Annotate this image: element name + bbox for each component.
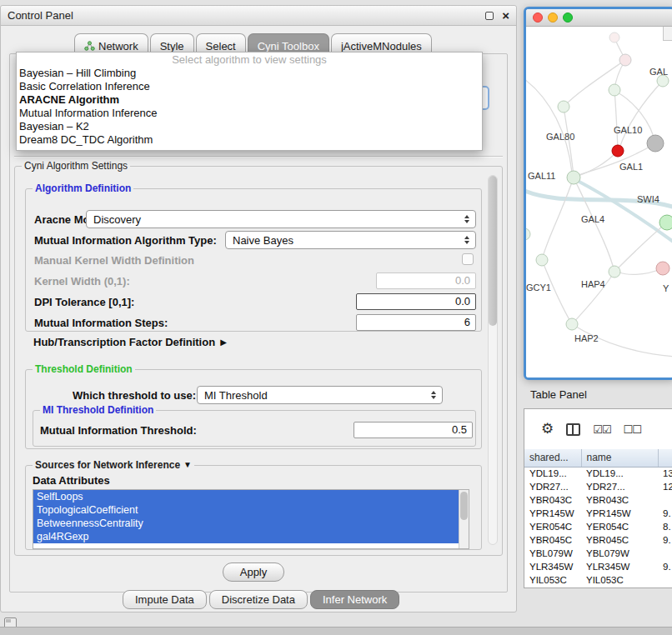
table-cell[interactable]: YIL053C [524, 573, 581, 587]
settings-scrollbar-thumb[interactable] [489, 176, 497, 326]
table-cell[interactable] [658, 547, 672, 560]
deselect-all-checkboxes-icon[interactable]: ☐☐ [624, 423, 641, 436]
network-node[interactable] [619, 54, 631, 66]
table-cell[interactable] [658, 573, 672, 587]
table-cell[interactable]: YIL053C [581, 573, 658, 587]
table-row[interactable]: YIL053CYIL053C [524, 573, 672, 587]
network-node[interactable] [647, 135, 664, 152]
network-node[interactable] [536, 254, 548, 266]
table-cell[interactable]: YPR145W [524, 507, 581, 520]
algorithm-option[interactable]: Basic Correlation Inference [17, 80, 482, 93]
apply-button[interactable]: Apply [223, 562, 284, 582]
algorithm-option[interactable]: Bayesian – K2 [17, 120, 482, 133]
network-node[interactable] [526, 228, 530, 240]
data-attributes-list[interactable]: SelfLoopsTopologicalCoefficientBetweenne… [33, 489, 469, 549]
hub-section-toggle[interactable]: Hub/Transcription Factor Definition ▶ [33, 336, 227, 348]
float-window-icon[interactable] [485, 12, 494, 20]
network-view-window[interactable]: GAL80GAL10GALGAL11GAL1SWI4GAL4GCY1HAP4YH… [524, 7, 672, 380]
network-canvas[interactable]: GAL80GAL10GALGAL11GAL1SWI4GAL4GCY1HAP4YH… [526, 27, 672, 378]
table-cell[interactable]: YLR345W [524, 560, 581, 573]
minimize-traffic-light-icon[interactable] [548, 12, 558, 22]
table-cell[interactable]: YBR045C [524, 533, 581, 547]
select-all-checkboxes-icon[interactable]: ☑☑ [593, 423, 610, 436]
table-cell[interactable]: 12 [658, 480, 672, 493]
table-cell[interactable]: YBR043C [581, 493, 658, 507]
columns-icon[interactable] [566, 423, 580, 436]
network-scrollbar-corner[interactable] [663, 27, 672, 41]
attribute-list-scrollbar-thumb[interactable] [460, 492, 468, 520]
control-panel-titlebar[interactable]: Control Panel × [1, 6, 516, 26]
table-cell[interactable]: YLR345W [581, 560, 658, 573]
sources-group-title[interactable]: Sources for Network Inference ▼ [33, 459, 194, 471]
table-cell[interactable]: YDL19... [581, 467, 658, 480]
aracne-mode-select[interactable]: Discovery [86, 210, 476, 228]
close-window-icon[interactable]: × [502, 8, 509, 22]
which-threshold-select[interactable]: MI Threshold [197, 386, 443, 404]
table-cell[interactable]: 9. [658, 533, 672, 547]
attribute-list-item-selected[interactable]: SelfLoops [33, 490, 459, 503]
table-row[interactable]: YBR043CYBR043C [524, 493, 672, 507]
network-node[interactable] [656, 262, 669, 275]
network-node[interactable] [657, 75, 669, 87]
attribute-list-item-selected[interactable]: BetweennessCentrality [33, 517, 459, 530]
table-row[interactable]: YER054CYER054C8. [524, 520, 672, 533]
network-node[interactable] [612, 145, 624, 157]
table-cell[interactable]: YER054C [581, 520, 658, 533]
tab-discretize-data[interactable]: Discretize Data [209, 590, 308, 609]
network-node[interactable] [558, 101, 569, 112]
table-row[interactable]: YLR345WYLR345W9. [524, 560, 672, 573]
column-header-clipped[interactable] [658, 449, 672, 467]
network-node[interactable] [566, 318, 578, 330]
column-header-name[interactable]: name [581, 449, 658, 467]
table-row[interactable]: YPR145WYPR145W9. [524, 507, 672, 520]
mi-threshold-field[interactable]: 0.5 [354, 422, 473, 438]
gear-icon[interactable]: ⚙ [541, 422, 554, 437]
table-row[interactable]: YBL079WYBL079W [524, 547, 672, 560]
table-cell[interactable]: YBR045C [581, 533, 658, 547]
table-row[interactable]: YBR045CYBR045C9. [524, 533, 672, 547]
manual-kernel-width-checkbox[interactable] [462, 253, 474, 265]
table-cell[interactable]: YPR145W [581, 507, 658, 520]
window-bottom-edge [0, 627, 672, 635]
table-cell[interactable]: YBR043C [524, 493, 581, 507]
algorithm-option[interactable]: ARACNE Algorithm [17, 93, 482, 107]
table-cell[interactable]: 9. [658, 560, 672, 573]
table-cell[interactable]: YBL079W [581, 547, 658, 560]
tab-impute-data[interactable]: Impute Data [123, 590, 207, 609]
network-node[interactable] [609, 266, 620, 278]
mi-steps-field[interactable]: 6 [356, 314, 476, 331]
network-window-titlebar[interactable] [526, 9, 672, 27]
network-node[interactable] [567, 171, 580, 184]
attribute-list-item-selected[interactable]: TopologicalCoefficient [33, 503, 459, 517]
table-cell[interactable]: 9. [658, 507, 672, 520]
algorithm-option[interactable]: Bayesian – Hill Climbing [17, 67, 482, 80]
table-cell[interactable]: YDR27... [524, 480, 581, 493]
table-cell[interactable]: YER054C [524, 520, 581, 533]
table-cell[interactable]: 8. [658, 520, 672, 533]
table-row[interactable]: YDL19...YDL19...13 [524, 467, 672, 480]
attribute-list-item-selected[interactable]: gal4RGexp [33, 530, 459, 543]
table-cell[interactable] [658, 493, 672, 507]
network-node-label: GAL10 [614, 125, 642, 135]
table-cell[interactable]: 13 [658, 467, 672, 480]
network-node[interactable] [609, 32, 619, 42]
table-cell[interactable]: YBL079W [524, 547, 581, 560]
tab-infer-network[interactable]: Infer Network [310, 590, 399, 609]
algorithm-placeholder-option[interactable]: Select algorithm to view settings [17, 52, 482, 67]
close-traffic-light-icon[interactable] [533, 12, 543, 22]
dpi-tolerance-field[interactable]: 0.0 [356, 293, 476, 310]
sources-group-label: Sources for Network Inference [35, 459, 180, 471]
zoom-traffic-light-icon[interactable] [563, 12, 573, 22]
attribute-list-scrollbar[interactable] [459, 490, 469, 548]
table-cell[interactable]: YDL19... [524, 467, 581, 480]
algorithm-option[interactable]: Dream8 DC_TDC Algorithm [17, 133, 482, 147]
kernel-width-field[interactable]: 0.0 [376, 272, 476, 289]
table-row[interactable]: YDR27...YDR27...12 [524, 480, 672, 493]
algorithm-option[interactable]: Mutual Information Inference [17, 107, 482, 120]
network-node[interactable] [609, 84, 620, 96]
mi-algorithm-type-select[interactable]: Naive Bayes [225, 231, 476, 249]
table-cell[interactable]: YDR27... [581, 480, 658, 493]
column-header-shared-name[interactable]: shared... [524, 449, 581, 467]
settings-scrollbar[interactable] [488, 175, 498, 545]
network-node[interactable] [659, 215, 672, 230]
